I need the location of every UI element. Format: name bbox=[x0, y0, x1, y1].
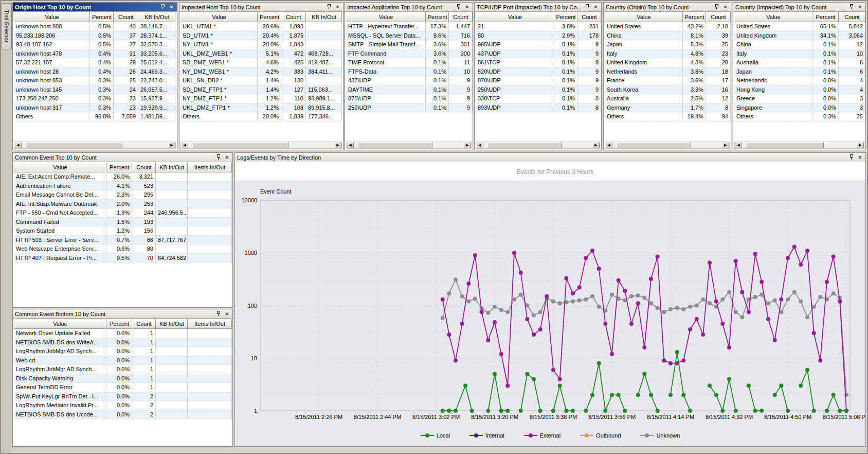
column-header[interactable]: Value bbox=[14, 12, 90, 22]
close-icon[interactable]: ✕ bbox=[464, 4, 471, 10]
table-row[interactable]: NY_UTM1 *20.0%1,843 bbox=[180, 40, 343, 49]
scrollbar-thumb[interactable] bbox=[746, 142, 824, 148]
table-row[interactable]: unknown host 4780.4%3133,205.6... bbox=[14, 49, 177, 59]
column-header[interactable]: KB In/Out bbox=[156, 319, 188, 329]
scrollbar-thumb[interactable] bbox=[617, 142, 691, 148]
table-row[interactable]: Others96.0%7,0591,481,59... bbox=[14, 112, 177, 121]
table-row[interactable]: Greece0.0%3 bbox=[734, 94, 865, 103]
column-header[interactable]: Value bbox=[14, 162, 106, 172]
table-row[interactable]: SD_UTM1 *20.4%1,875 bbox=[180, 31, 343, 41]
scrollbar-thumb[interactable] bbox=[26, 142, 122, 148]
column-header[interactable]: Count bbox=[577, 12, 601, 22]
close-icon[interactable]: ✕ bbox=[592, 4, 599, 10]
table-row[interactable]: AIE: Int:Susp:Malware Outbreak2.0%253 bbox=[14, 200, 232, 209]
legend-item-local[interactable]: Local bbox=[421, 432, 450, 439]
scroll-left-button[interactable]: ◀ bbox=[14, 142, 22, 148]
pin-icon[interactable] bbox=[848, 154, 855, 161]
table-row[interactable]: DAYTIME0.1%9 bbox=[346, 85, 473, 95]
panel-top-0-titlebar[interactable]: Origin Host Top 10 by Count✕ bbox=[13, 3, 177, 12]
table-row[interactable]: SMTP - Simple Mail Transf...3.6%301 bbox=[346, 40, 473, 49]
table-row[interactable]: FTP - 550 - Cmd Not Accepted...1.9%24424… bbox=[14, 208, 232, 218]
table-row[interactable]: Italy0.1%10 bbox=[734, 49, 865, 59]
scroll-right-button[interactable]: ▶ bbox=[592, 142, 600, 148]
pin-icon[interactable] bbox=[326, 4, 332, 10]
tool-selector-tab[interactable]: Tool Selector bbox=[2, 3, 12, 49]
table-row[interactable]: unknown host 1450.3%2426,957.5... bbox=[14, 85, 177, 95]
table-row[interactable]: China0.1%12 bbox=[734, 40, 865, 49]
table-row[interactable]: United Kingdom4.3%20 bbox=[605, 58, 731, 67]
scroll-left-button[interactable]: ◀ bbox=[605, 142, 612, 148]
table-row[interactable]: Australia2.5%12 bbox=[605, 94, 731, 103]
horizontal-scrollbar[interactable]: ◀▶ bbox=[476, 142, 600, 149]
column-header[interactable]: Count bbox=[706, 12, 731, 22]
horizontal-scrollbar[interactable]: ◀▶ bbox=[346, 142, 472, 149]
table-row[interactable]: Netherlands0.0%4 bbox=[734, 76, 865, 85]
table-row[interactable]: Network Driver Update Failed0.0%1 bbox=[14, 329, 232, 338]
close-icon[interactable]: ✕ bbox=[722, 4, 729, 10]
table-row[interactable]: United Kingdom34.1%3,064 bbox=[734, 31, 865, 41]
table-row[interactable]: Japan0.1%6 bbox=[734, 67, 865, 77]
close-icon[interactable]: ✕ bbox=[334, 4, 341, 10]
column-header[interactable]: Value bbox=[476, 12, 554, 22]
table-row[interactable]: 870\UDP0.1%9 bbox=[476, 76, 601, 85]
column-header[interactable]: KB In/Out bbox=[156, 162, 188, 172]
column-header[interactable]: Percent bbox=[426, 12, 449, 22]
table-row[interactable]: Others20.0%1,839177,346... bbox=[180, 112, 343, 121]
scroll-right-button[interactable]: ▶ bbox=[857, 142, 864, 148]
pin-icon[interactable] bbox=[159, 4, 166, 10]
column-header[interactable]: Count bbox=[839, 12, 865, 22]
scrollbar-thumb[interactable] bbox=[192, 142, 288, 148]
table-row[interactable]: Hong Kong0.0%4 bbox=[734, 85, 865, 95]
table-row[interactable]: General TermDD Error0.0%1 bbox=[14, 383, 232, 392]
table-row[interactable]: Japan5.3%25 bbox=[605, 40, 731, 49]
horizontal-scrollbar[interactable]: ◀▶ bbox=[180, 142, 342, 149]
scroll-left-button[interactable]: ◀ bbox=[347, 142, 354, 148]
table-row[interactable]: 173.250.242.2500.3%2315,927.9... bbox=[14, 94, 177, 103]
horizontal-scrollbar[interactable]: ◀▶ bbox=[734, 142, 864, 149]
table-row[interactable]: HTTP 407 : Request Error - Pr...0.5%7064… bbox=[14, 254, 232, 263]
table-row[interactable]: 965\UDP0.1%9 bbox=[476, 40, 601, 49]
panel-common-1-titlebar[interactable]: Common Event Bottom 10 by Count✕ bbox=[13, 309, 232, 319]
table-row[interactable]: NETBIOS SMB-DS dns WriteA...0.0%1 bbox=[14, 338, 232, 347]
table-row[interactable]: Authentication Failure4.1%523 bbox=[14, 182, 232, 191]
pin-icon[interactable] bbox=[215, 310, 222, 317]
table-row[interactable]: UKL_DMZ_FTP1 *1.2%10889,915.8... bbox=[180, 103, 343, 113]
column-header[interactable]: Count bbox=[449, 12, 473, 22]
legend-item-internal[interactable]: Internal bbox=[469, 432, 504, 439]
table-row[interactable]: Others0.3%25 bbox=[734, 112, 865, 121]
table-row[interactable]: China8.1%39 bbox=[605, 31, 731, 41]
column-header[interactable]: Count bbox=[132, 162, 156, 172]
table-row[interactable]: NETBIOS SMB-DS dns Ucode...0.0%2 bbox=[14, 410, 232, 420]
column-header[interactable]: Items In/Out bbox=[188, 162, 232, 172]
close-icon[interactable]: ✕ bbox=[168, 4, 175, 10]
table-row[interactable]: Web cd..0.0%1 bbox=[14, 356, 232, 365]
pin-icon[interactable] bbox=[848, 4, 855, 10]
table-row[interactable]: 870\UDP0.1%9 bbox=[346, 94, 473, 103]
column-header[interactable]: Percent bbox=[812, 12, 839, 22]
table-row[interactable]: UKL_UTM1 *20.6%1,893 bbox=[180, 22, 343, 31]
table-row[interactable]: Disk Capacity Warning0.0%1 bbox=[14, 374, 232, 383]
table-row[interactable]: 437\UDP0.1%9 bbox=[346, 76, 473, 85]
panel-top-2-titlebar[interactable]: Impacted Application Top 10 by Count✕ bbox=[345, 3, 473, 12]
table-row[interactable]: System Started1.2%156 bbox=[14, 226, 232, 236]
column-header[interactable]: Value bbox=[346, 12, 426, 22]
scroll-left-button[interactable]: ◀ bbox=[735, 142, 742, 148]
table-row[interactable]: NY_DMZ_FTP1 *1.2%11093,989.1... bbox=[180, 94, 343, 103]
column-header[interactable]: Percent bbox=[258, 12, 281, 22]
column-header[interactable]: Percent bbox=[106, 319, 132, 329]
table-row[interactable]: 95.233.188.2060.5%3728,374.1... bbox=[14, 31, 177, 41]
legend-item-outbound[interactable]: Outbound bbox=[580, 432, 621, 439]
column-header[interactable]: Percent bbox=[106, 162, 132, 172]
panel-top-5-titlebar[interactable]: Country (Impacted) Top 10 by Count✕ bbox=[733, 3, 865, 12]
table-row[interactable]: Netherlands3.8%18 bbox=[605, 67, 731, 77]
table-row[interactable]: SD_DMZ_WEB1 *4.6%425419,487... bbox=[180, 58, 343, 67]
panel-top-1-titlebar[interactable]: Impacted Host Top 10 by Count✕ bbox=[179, 3, 343, 12]
table-row[interactable]: UKL_SN_DB2 *1.4%130 bbox=[180, 76, 343, 85]
table-row[interactable]: unknown host 8530.3%2522,747.0... bbox=[14, 76, 177, 85]
table-row[interactable]: LogRhythm Mediator Invalid Pr...0.0%2 bbox=[14, 401, 232, 410]
table-row[interactable]: TIME Protocol0.1%11 bbox=[346, 58, 473, 67]
pin-icon[interactable] bbox=[713, 4, 720, 10]
table-row[interactable]: LogRhythm JobMgr AD Synch...0.0%1 bbox=[14, 365, 232, 374]
table-row[interactable]: unknown host 280.4%2624,469.3... bbox=[14, 67, 177, 77]
column-header[interactable]: Count bbox=[281, 12, 306, 22]
